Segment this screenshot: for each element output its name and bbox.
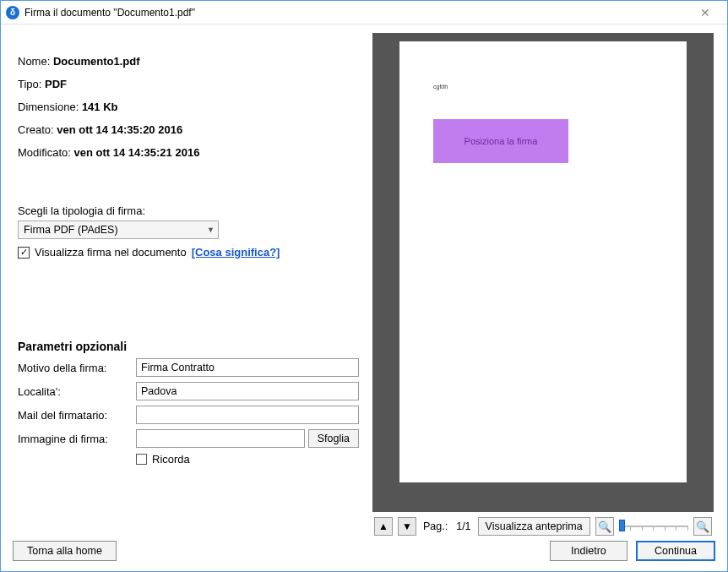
preview-toolbar: ▲ ▼ Pag.: 1/1 Visualizza anteprima 🔍 [372,512,714,537]
continue-button[interactable]: Continua [636,541,715,561]
name-value: Documento1.pdf [53,55,140,68]
meta-created: Creato: ven ott 14 14:35:20 2016 [18,123,359,136]
created-value: ven ott 14 14:35:20 2016 [57,123,182,136]
signature-placeholder[interactable]: Posiziona la firma [433,119,568,163]
meta-name: Nome: Documento1.pdf [18,55,359,68]
show-in-doc-checkbox[interactable]: ✓ [18,247,30,259]
name-label: Nome: [18,55,50,68]
zoom-out-icon: 🔍 [598,520,611,533]
email-row: Mail del firmatario: [18,406,359,424]
zoom-out-button[interactable]: 🔍 [595,517,614,536]
titlebar: δ Firma il documento "Documento1.pdf" ✕ [1,1,727,25]
window-title: Firma il documento "Documento1.pdf" [24,7,688,19]
remember-label: Ricorda [152,453,190,466]
slider-thumb[interactable] [619,520,625,531]
signature-placeholder-label: Posiziona la firma [465,136,538,146]
reason-row: Motivo della firma: [18,358,359,377]
remember-checkbox[interactable] [136,454,147,465]
page-up-button[interactable]: ▲ [374,517,393,536]
what-link[interactable]: [Cosa significa?] [192,246,280,259]
pag-label: Pag.: [423,520,448,532]
back-button[interactable]: Indietro [550,541,627,561]
right-panel: cgfdh Posiziona la firma ▲ ▼ Pag.: 1/1 V… [366,33,717,537]
email-input[interactable] [136,406,359,424]
type-label: Tipo: [18,78,41,90]
image-label: Immagine di firma: [18,433,136,445]
left-panel: Nome: Documento1.pdf Tipo: PDF Dimension… [11,33,366,537]
pag-value: 1/1 [456,520,470,532]
close-button[interactable]: ✕ [688,3,722,22]
sigtype-label: Scegli la tipologia di firma: [18,204,359,217]
sigtype-selected: Firma PDF (PAdES) [24,224,118,236]
slider-ticks [619,527,688,531]
optional-heading: Parametri opzionali [18,340,359,353]
chevron-up-icon: ▲ [378,520,388,532]
image-input[interactable] [136,429,305,448]
zoom-in-icon: 🔍 [696,520,709,533]
created-label: Creato: [18,123,54,136]
size-value: 141 Kb [82,101,118,113]
chevron-down-icon: ▼ [402,520,412,532]
chevron-down-icon: ▼ [207,226,215,234]
dialog-window: δ Firma il documento "Documento1.pdf" ✕ … [0,0,728,572]
image-row: Immagine di firma: Sfoglia [18,429,359,448]
footer: Torna alla home Indietro Continua [1,537,727,571]
content-area: Nome: Documento1.pdf Tipo: PDF Dimension… [1,25,727,537]
zoom-slider[interactable] [619,519,688,534]
sigtype-combo[interactable]: Firma PDF (PAdES) ▼ [18,221,219,239]
page-sample-text: cgfdh [433,84,448,90]
show-in-doc-row: ✓ Visualizza firma nel documento [Cosa s… [18,246,359,259]
browse-button[interactable]: Sfoglia [308,429,359,448]
remember-row: Ricorda [136,453,359,466]
show-in-doc-label: Visualizza firma nel documento [35,246,187,259]
preview-frame: cgfdh Posiziona la firma [372,33,714,512]
modified-value: ven ott 14 14:35:21 2016 [74,146,200,159]
preview-page[interactable]: cgfdh Posiziona la firma [399,41,687,482]
locality-input[interactable] [136,382,359,400]
locality-row: Localita': [18,382,359,400]
reason-input[interactable] [136,358,359,377]
page-down-button[interactable]: ▼ [398,517,416,536]
reason-label: Motivo della firma: [18,362,136,374]
home-button[interactable]: Torna alla home [13,541,117,561]
meta-type: Tipo: PDF [18,78,359,90]
email-label: Mail del firmatario: [18,409,136,422]
meta-modified: Modificato: ven ott 14 14:35:21 2016 [18,146,359,159]
type-value: PDF [45,78,67,90]
meta-size: Dimensione: 141 Kb [18,101,359,113]
locality-label: Localita': [18,385,136,398]
modified-label: Modificato: [18,146,71,159]
preview-button[interactable]: Visualizza anteprima [478,517,590,536]
size-label: Dimensione: [18,101,79,113]
zoom-in-button[interactable]: 🔍 [693,517,712,536]
app-icon: δ [6,6,19,19]
close-icon: ✕ [700,6,710,19]
